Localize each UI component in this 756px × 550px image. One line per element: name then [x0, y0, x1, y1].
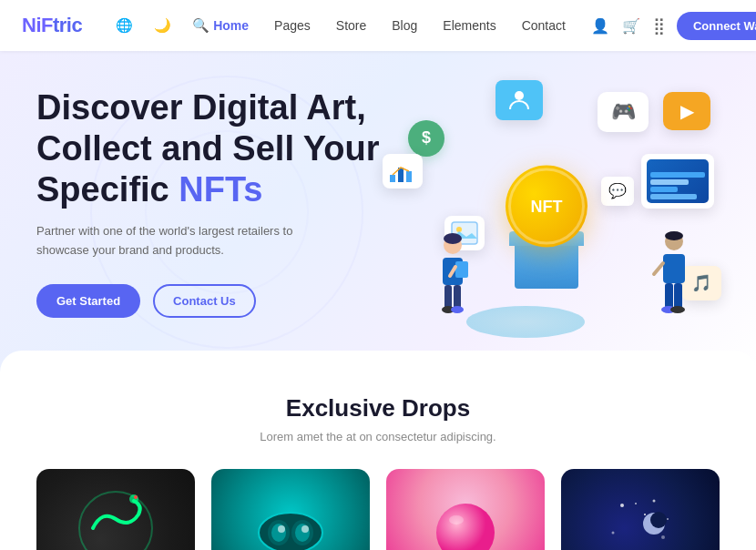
chat-card-icon: 💬 — [601, 177, 634, 206]
logo-part1: NiF — [22, 14, 53, 36]
nav-store[interactable]: Store — [336, 18, 366, 33]
hero-title-line2: Collect and Sell Your — [36, 129, 380, 168]
brand-logo[interactable]: NiFtric — [22, 14, 82, 37]
nft-label: NFT — [531, 197, 563, 216]
character-right — [649, 229, 700, 329]
svg-rect-1 — [390, 175, 395, 182]
svg-point-34 — [449, 515, 464, 525]
drops-subtitle: Lorem amet the at on consectetur adipisc… — [36, 430, 720, 443]
drop-card-3[interactable] — [386, 469, 545, 550]
svg-point-43 — [650, 512, 667, 528]
svg-point-33 — [436, 504, 495, 550]
svg-point-39 — [644, 514, 646, 515]
monitor-screen — [647, 159, 709, 203]
dark-mode-icon[interactable]: 🌙 — [149, 13, 175, 38]
svg-line-18 — [654, 263, 663, 274]
dollar-card-icon: $ — [408, 120, 444, 157]
drop-card-4[interactable] — [561, 469, 720, 550]
chart-card-icon — [383, 154, 423, 188]
svg-point-16 — [665, 231, 683, 240]
svg-point-38 — [612, 532, 615, 535]
svg-point-37 — [667, 518, 669, 520]
monitor-card — [641, 154, 714, 209]
nav-utility-icons: 🌐 🌙 🔍 — [111, 13, 213, 38]
nav-contact[interactable]: Contact — [522, 18, 566, 33]
connect-wallet-button[interactable]: Connect Wallet — [677, 12, 756, 40]
hero-title-nfts: NFTs — [179, 170, 262, 209]
cart-icon[interactable]: 🛒 — [622, 17, 640, 35]
vr-art — [250, 487, 332, 550]
gamepad-emoji: 🎮 — [611, 100, 636, 124]
nav-home[interactable]: Home — [213, 18, 249, 33]
nft-coin: NFT — [506, 166, 587, 248]
svg-point-32 — [301, 525, 309, 533]
user-icon[interactable]: 👤 — [591, 17, 609, 35]
monitor-bar-2 — [650, 179, 689, 185]
svg-point-24 — [129, 494, 138, 504]
drop-card-2[interactable] — [211, 469, 370, 550]
decorative-bush — [466, 306, 585, 338]
grid-icon[interactable]: ⣿ — [653, 15, 664, 36]
hero-subtitle: Partner with one of the world's largest … — [36, 222, 301, 260]
character-left — [430, 232, 475, 323]
svg-rect-19 — [665, 283, 673, 309]
monitor-bar-3 — [650, 187, 678, 192]
contact-us-button[interactable]: Contact Us — [153, 284, 256, 318]
globe-icon[interactable]: 🌐 — [111, 13, 137, 38]
chat-emoji: 💬 — [608, 182, 627, 199]
chart-svg — [388, 158, 417, 184]
pink-art — [424, 487, 506, 550]
svg-rect-9 — [455, 261, 468, 278]
svg-point-25 — [134, 495, 138, 499]
get-started-button[interactable]: Get Started — [36, 284, 140, 318]
svg-point-22 — [670, 306, 685, 313]
svg-point-36 — [653, 500, 656, 503]
hero-buttons: Get Started Contact Us — [36, 284, 380, 318]
svg-point-0 — [515, 91, 524, 100]
dollar-symbol: $ — [422, 128, 431, 148]
snake-art — [75, 487, 157, 550]
drop-card-4-image — [561, 469, 720, 550]
nav-elements[interactable]: Elements — [443, 18, 495, 33]
svg-point-31 — [278, 525, 285, 533]
person-card-icon — [495, 80, 543, 120]
nav-blog[interactable]: Blog — [392, 18, 417, 33]
hero-content: Discover Digital Art, Collect and Sell Y… — [36, 87, 380, 318]
drop-card-1-image — [36, 469, 195, 550]
hero-illustration: 🎮 ▶ $ — [364, 69, 729, 351]
drop-card-1[interactable] — [36, 469, 195, 550]
search-icon[interactable]: 🔍 — [188, 13, 213, 38]
night-art — [599, 487, 681, 550]
logo-part2: tric — [53, 14, 82, 36]
hero-title-line1: Discover Digital Art, — [36, 88, 366, 127]
monitor-bar-1 — [650, 172, 705, 178]
play-emoji: ▶ — [680, 100, 694, 122]
character-right-svg — [649, 229, 700, 333]
drop-card-2-image — [211, 469, 370, 550]
hero-title: Discover Digital Art, Collect and Sell Y… — [36, 87, 380, 209]
svg-rect-11 — [444, 285, 452, 309]
svg-rect-12 — [454, 285, 461, 309]
svg-rect-20 — [674, 283, 682, 309]
drop-card-3-image — [386, 469, 545, 550]
svg-point-41 — [635, 503, 637, 504]
nav-pages[interactable]: Pages — [274, 18, 311, 33]
person-svg — [506, 87, 532, 113]
drops-header: Exclusive Drops Lorem amet the at on con… — [36, 394, 720, 443]
svg-point-40 — [661, 535, 665, 539]
nav-menu: Home Pages Store Blog Elements Contact — [213, 18, 566, 33]
character-left-svg — [430, 232, 475, 332]
hero-title-line3-normal: Specific — [36, 170, 179, 209]
illustration-container: 🎮 ▶ $ — [364, 69, 729, 351]
svg-point-14 — [451, 306, 464, 313]
drops-grid — [36, 469, 720, 550]
nav-right-actions: 👤 🛒 ⣿ Connect Wallet — [591, 12, 756, 40]
gamepad-card-icon: 🎮 — [598, 92, 649, 132]
svg-rect-17 — [663, 254, 685, 283]
svg-rect-3 — [406, 171, 412, 182]
drops-title: Exclusive Drops — [36, 394, 720, 423]
svg-point-7 — [444, 233, 462, 244]
monitor-bar-4 — [650, 194, 697, 199]
hero-section: Discover Digital Art, Collect and Sell Y… — [0, 51, 756, 372]
play-card-icon: ▶ — [663, 92, 710, 130]
